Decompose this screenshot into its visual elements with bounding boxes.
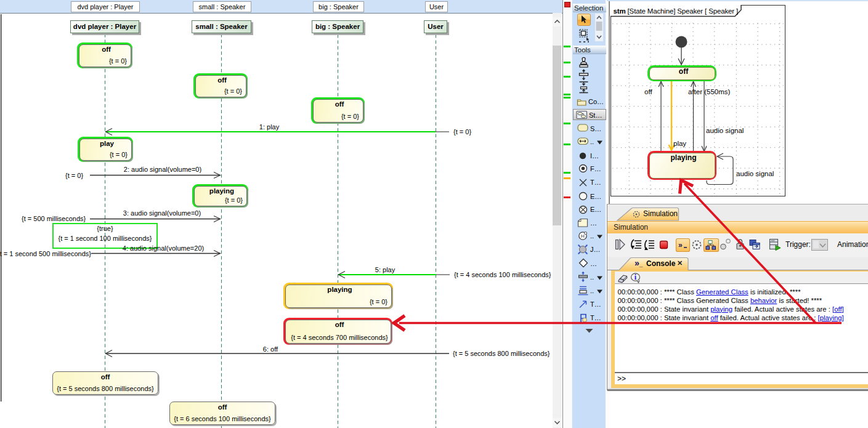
svg-text:H: H bbox=[581, 233, 585, 239]
svg-text:»: » bbox=[678, 241, 683, 249]
